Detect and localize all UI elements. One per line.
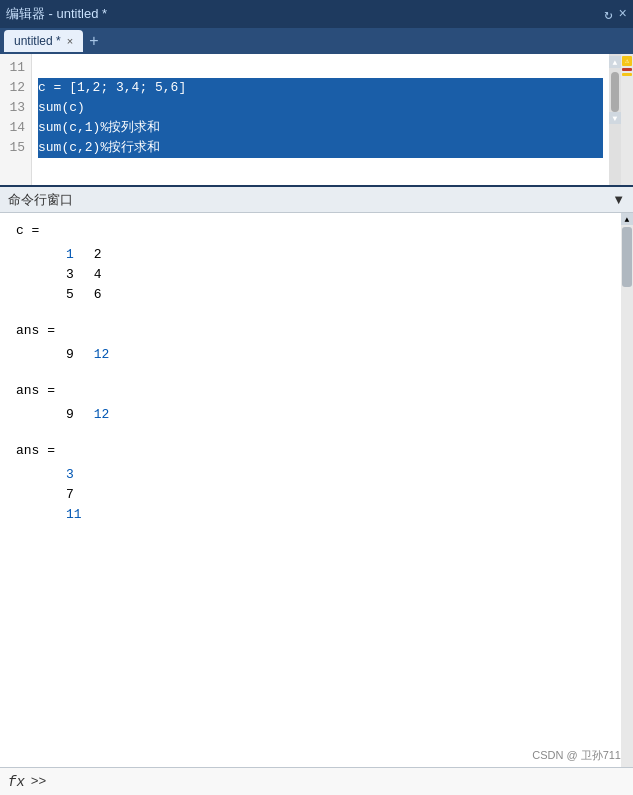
code-text-15: sum(c,2)%按行求和 <box>38 138 160 158</box>
editor-tab-untitled[interactable]: untitled * × <box>4 30 83 52</box>
command-window-title: 命令行窗口 <box>8 191 73 209</box>
ans1-matrix: 9 12 <box>66 345 617 365</box>
editor-scrollbar-thumb[interactable] <box>611 72 619 112</box>
ans1-cell-0-1: 12 <box>94 345 110 365</box>
code-text-12: c = [1,2; 3,4; 5,6] <box>38 78 186 98</box>
c-assign-label: c = <box>16 221 617 241</box>
cmd-scrollbar-thumb[interactable] <box>622 227 632 287</box>
line-num-14: 14 <box>6 118 25 138</box>
line-num-15: 15 <box>6 138 25 158</box>
cell-1-0: 3 <box>66 265 74 285</box>
ans1-label: ans = <box>16 321 617 341</box>
ans2-cell-0-0: 9 <box>66 405 74 425</box>
add-tab-button[interactable]: + <box>83 33 104 49</box>
command-scrollbar[interactable]: ▲ <box>621 213 633 767</box>
line-num-12: 12 <box>6 78 25 98</box>
tab-label: untitled * <box>14 34 61 48</box>
command-titlebar-icon[interactable]: ▼ <box>612 192 625 207</box>
code-line-12: c = [1,2; 3,4; 5,6] <box>38 78 603 98</box>
output-ans2: ans = 9 12 <box>16 381 617 425</box>
ans1-row-0: 9 12 <box>66 345 617 365</box>
code-content[interactable]: c = [1,2; 3,4; 5,6] sum(c) sum(c,1)%按列求和… <box>32 54 609 185</box>
editor-titlebar: 编辑器 - untitled * ↻ × <box>0 0 633 28</box>
output-c-assign: c = 1 2 3 4 5 6 <box>16 221 617 305</box>
output-ans3: ans = 3 7 11 <box>16 441 617 525</box>
ans2-label: ans = <box>16 381 617 401</box>
output-ans1: ans = 9 12 <box>16 321 617 365</box>
command-output[interactable]: c = 1 2 3 4 5 6 ans = 9 <box>0 213 633 767</box>
editor-tabs: untitled * × + <box>0 28 633 54</box>
matrix-row-2: 5 6 <box>66 285 617 305</box>
prompt-arrow: >> <box>31 774 47 789</box>
tab-close-icon[interactable]: × <box>67 35 73 47</box>
ans3-label: ans = <box>16 441 617 461</box>
editor-panel: 编辑器 - untitled * ↻ × untitled * × + 11 1… <box>0 0 633 185</box>
ans3-cell-2-0: 11 <box>66 505 82 525</box>
command-panel: 命令行窗口 ▼ c = 1 2 3 4 5 6 <box>0 185 633 795</box>
code-line-15: sum(c,2)%按行求和 <box>38 138 603 158</box>
ans3-row-2: 11 <box>66 505 617 525</box>
cell-2-0: 5 <box>66 285 74 305</box>
ans1-cell-0-0: 9 <box>66 345 74 365</box>
close-icon[interactable]: × <box>619 6 627 22</box>
c-matrix: 1 2 3 4 5 6 <box>66 245 617 305</box>
warn-bar-1 <box>622 73 632 76</box>
matrix-row-1: 3 4 <box>66 265 617 285</box>
editor-scroll-down[interactable]: ▼ <box>609 112 621 124</box>
fx-symbol: fx <box>8 774 25 790</box>
error-bar-1 <box>622 68 632 71</box>
code-line-11 <box>38 58 603 78</box>
editor-code-area: 11 12 13 14 15 c = [1,2; 3,4; 5,6] sum(c… <box>0 54 633 185</box>
cell-1-1: 4 <box>94 265 102 285</box>
editor-right-warning-strip: ⚠ <box>621 54 633 185</box>
cell-2-1: 6 <box>94 285 102 305</box>
ans3-row-1: 7 <box>66 485 617 505</box>
cmd-prompt-bar: fx >> <box>0 767 633 795</box>
cmd-scroll-up[interactable]: ▲ <box>621 213 633 225</box>
line-numbers: 11 12 13 14 15 <box>0 54 32 185</box>
code-line-13: sum(c) <box>38 98 603 118</box>
ans3-cell-0-0: 3 <box>66 465 74 485</box>
line-num-11: 11 <box>6 58 25 78</box>
code-line-14: sum(c,1)%按列求和 <box>38 118 603 138</box>
ans3-cell-1-0: 7 <box>66 485 74 505</box>
ans3-matrix: 3 7 11 <box>66 465 617 525</box>
ans3-row-0: 3 <box>66 465 617 485</box>
cell-0-0: 1 <box>66 245 74 265</box>
ans2-cell-0-1: 12 <box>94 405 110 425</box>
editor-scrollbar[interactable]: ▲ ▼ <box>609 54 621 185</box>
warning-icon-strip: ⚠ <box>622 56 632 66</box>
editor-scroll-up[interactable]: ▲ <box>609 56 621 68</box>
csdn-watermark: CSDN @ 卫孙711 <box>532 748 621 763</box>
command-titlebar: 命令行窗口 ▼ <box>0 187 633 213</box>
code-text-14: sum(c,1)%按列求和 <box>38 118 160 138</box>
code-text-13: sum(c) <box>38 98 85 118</box>
editor-title-icons: ↻ × <box>604 6 627 23</box>
matrix-row-0: 1 2 <box>66 245 617 265</box>
refresh-icon[interactable]: ↻ <box>604 6 612 23</box>
editor-title: 编辑器 - untitled * <box>6 5 107 23</box>
ans2-matrix: 9 12 <box>66 405 617 425</box>
cell-0-1: 2 <box>94 245 102 265</box>
ans2-row-0: 9 12 <box>66 405 617 425</box>
line-num-13: 13 <box>6 98 25 118</box>
